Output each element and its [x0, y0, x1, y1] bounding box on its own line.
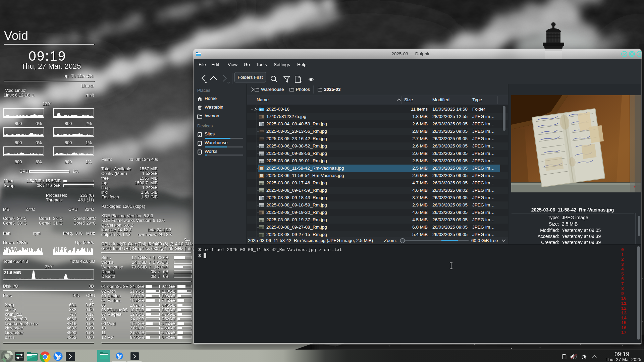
- svg-text:21.6 MiB: 21.6 MiB: [4, 270, 21, 275]
- svg-text:111.5 B: 111.5 B: [54, 247, 67, 251]
- svg-text:111.5 B: 111.5 B: [4, 247, 17, 251]
